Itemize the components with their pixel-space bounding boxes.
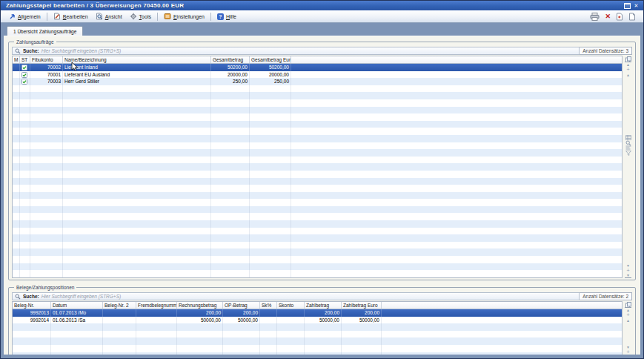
table-cell (30, 228, 63, 235)
column-header[interactable]: Skonto (277, 302, 305, 309)
table-cell (305, 352, 342, 355)
table-cell (63, 135, 211, 142)
table-row-empty (13, 157, 622, 164)
tab-band: 1 Übersicht Zahlungsaufträge (1, 23, 643, 36)
table-cell (277, 345, 305, 352)
column-header[interactable]: Beleg-Nr. 2 (103, 302, 136, 309)
table-cell (103, 337, 136, 345)
table-cell (13, 107, 20, 114)
column-header[interactable]: Name/Bezeichnung (63, 56, 211, 63)
collapse-icon[interactable]: + (625, 268, 631, 273)
menu-label: Hilfe (226, 14, 236, 19)
table-row[interactable]: 70001Lieferant EU Ausland20000,0020000,0… (13, 71, 622, 79)
table-cell (13, 64, 20, 71)
record-count-badge: Anzahl Datensätze: 2 (580, 292, 632, 300)
table-cell (63, 228, 211, 235)
column-header[interactable]: OP-Betrag (223, 302, 260, 309)
title-bar: Zahlungsstapel bearbeiten / 3 Überweisun… (1, 1, 643, 10)
scroll-up-icon[interactable]: ▲ (625, 72, 631, 77)
help-icon: ? (217, 13, 224, 20)
table-cell (223, 345, 260, 352)
filter-icon[interactable] (625, 151, 631, 156)
scroll-up-icon[interactable]: ▲ (625, 317, 631, 323)
table-cell (277, 331, 305, 338)
table-row[interactable]: 70002Lieferant Inland50200,0050200,00 (13, 64, 622, 71)
scroll-last-icon[interactable]: ▼ (625, 273, 631, 278)
table-cell (211, 157, 250, 164)
expand-icon[interactable]: + (625, 67, 631, 72)
menu-ansicht[interactable]: Ansicht (92, 12, 126, 21)
scroll-down-icon[interactable]: ▼ (625, 263, 631, 268)
table-row[interactable]: 999201401.06.2013 /Sa50000,0050000,00500… (13, 317, 622, 324)
table-cell (382, 337, 622, 345)
search-input[interactable]: Suche: Hier Suchbegriff eingeben (STRG+S… (12, 47, 580, 55)
table-cell (223, 323, 260, 331)
table-cell (291, 192, 622, 200)
table-row[interactable]: 999201301.07.2013 /Mo200,00200,00200,002… (13, 309, 622, 317)
close-icon[interactable]: ✕ (632, 2, 640, 9)
column-header[interactable]: Rechnungsbetrag (177, 302, 223, 309)
table-cell (63, 163, 211, 171)
table-cell: 50200,00 (250, 64, 291, 71)
delete-icon[interactable]: ✕ (605, 13, 611, 20)
column-header[interactable]: Sk% (260, 302, 277, 309)
table-cell: 20000,00 (250, 71, 291, 79)
menu-hilfe[interactable]: ? Hilfe (213, 13, 240, 21)
search-input[interactable]: Suche: Hier Suchbegriff eingeben (STRG+S… (12, 292, 580, 300)
copy-icon[interactable] (625, 56, 631, 62)
table-cell (223, 331, 260, 338)
table-cell (250, 263, 291, 271)
collapse-icon[interactable]: + (625, 349, 631, 355)
column-header[interactable]: ST (20, 56, 30, 63)
table-row-empty (13, 228, 622, 235)
table-cell (20, 121, 30, 128)
table-cell (13, 185, 20, 192)
table-cell (30, 178, 63, 185)
table-cell (260, 345, 277, 352)
table-cell (30, 220, 63, 228)
column-header[interactable]: Beleg-Nr. (13, 302, 51, 309)
table-cell (103, 317, 136, 324)
table-cell (20, 135, 30, 142)
table-cell (211, 192, 250, 200)
table-cell (260, 323, 277, 331)
search-icon[interactable] (625, 140, 631, 145)
menu-tools[interactable]: Tools (126, 12, 155, 21)
table-row[interactable]: 70003Herr Gerd Stiller250,00250,00 (13, 78, 622, 85)
copy-icon[interactable] (625, 302, 631, 307)
menu-bearbeiten[interactable]: Bearbeiten (50, 12, 92, 21)
scroll-down-icon[interactable]: ▼ (625, 344, 631, 349)
arrow-up-right-icon (9, 13, 16, 20)
table-cell (250, 157, 291, 164)
table-cell (30, 113, 63, 121)
search-label: Suche: (23, 294, 39, 299)
column-header[interactable]: Zahlbetrag Euro (342, 302, 382, 309)
table-cell (20, 256, 30, 263)
table-cell (211, 263, 250, 271)
column-header[interactable]: Gesamtbetrag (211, 56, 250, 63)
scroll-first-icon[interactable]: ▲ (625, 62, 631, 67)
menu-allgemein[interactable]: Allgemein (5, 13, 44, 21)
column-header[interactable]: Fremdbelegnummer (136, 302, 177, 309)
scroll-first-icon[interactable]: ▲ (625, 307, 631, 312)
maximize-icon[interactable] (624, 3, 631, 9)
column-header[interactable]: Gesamtbetrag Euro (250, 56, 291, 63)
table-cell (211, 149, 250, 157)
new-document-icon[interactable] (628, 13, 636, 21)
table-cell (291, 256, 622, 263)
table-cell (291, 121, 622, 128)
expand-icon[interactable]: + (625, 312, 631, 317)
tab-uebersicht-zahlungsauftraege[interactable]: 1 Übersicht Zahlungsaufträge (7, 26, 83, 36)
table-cell (13, 213, 20, 220)
column-header[interactable]: Datum (51, 302, 103, 309)
column-header[interactable]: M (13, 56, 20, 63)
print-icon[interactable] (590, 13, 600, 21)
table-cell (63, 99, 211, 107)
table-cell (63, 248, 211, 256)
column-header[interactable]: Zahlbetrag (305, 302, 342, 309)
column-header[interactable]: Fibukonto (30, 56, 63, 63)
menu-einstellungen[interactable]: Einstellungen (160, 12, 208, 21)
column-options-icon[interactable] (625, 145, 631, 151)
paste-document-icon[interactable] (616, 13, 623, 21)
table-cell (291, 107, 622, 114)
